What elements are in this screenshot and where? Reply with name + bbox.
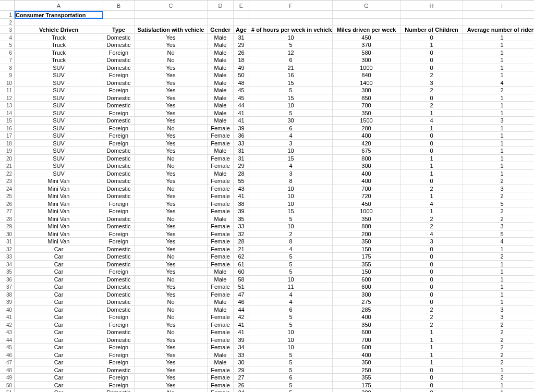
data-cell[interactable]: 280 xyxy=(333,125,400,132)
data-cell[interactable]: Female xyxy=(208,374,234,382)
data-cell[interactable]: Female xyxy=(208,185,234,193)
table-header[interactable]: Miles driven per week xyxy=(333,26,400,34)
data-cell[interactable]: Yes xyxy=(135,71,208,79)
data-cell[interactable]: 51 xyxy=(234,283,249,291)
data-cell[interactable]: 10 xyxy=(249,102,333,109)
data-cell[interactable]: 42 xyxy=(234,313,249,321)
data-cell[interactable]: 1400 xyxy=(333,79,400,87)
data-cell[interactable]: 31 xyxy=(234,147,249,155)
data-cell[interactable]: Mini Van xyxy=(15,215,103,223)
data-cell[interactable]: 45 xyxy=(234,94,249,102)
data-cell[interactable]: Domestic xyxy=(103,117,135,125)
data-cell[interactable]: 800 xyxy=(333,155,400,163)
row-header-42[interactable]: 42 xyxy=(0,321,15,329)
spreadsheet-grid[interactable]: ABCDEFGHIJ1Consumer Transportation Surve… xyxy=(0,0,534,392)
data-cell[interactable]: 355 xyxy=(333,374,400,382)
data-cell[interactable]: Mini Van xyxy=(15,200,103,208)
data-cell[interactable]: Mini Van xyxy=(15,207,103,215)
data-cell[interactable]: Yes xyxy=(135,117,208,125)
data-cell[interactable]: 175 xyxy=(333,253,400,261)
data-cell[interactable]: SUV xyxy=(15,132,103,140)
data-cell[interactable]: 1 xyxy=(463,162,534,170)
empty-cell[interactable] xyxy=(103,19,135,27)
data-cell[interactable]: Foreign xyxy=(103,109,135,117)
row-header-38[interactable]: 38 xyxy=(0,291,15,299)
data-cell[interactable]: 2 xyxy=(463,215,534,223)
data-cell[interactable]: 400 xyxy=(333,170,400,178)
data-cell[interactable]: Truck xyxy=(15,56,103,64)
data-cell[interactable]: SUV xyxy=(15,87,103,94)
data-cell[interactable]: Yes xyxy=(135,64,208,72)
data-cell[interactable]: 720 xyxy=(333,192,400,200)
data-cell[interactable]: Yes xyxy=(135,351,208,359)
data-cell[interactable]: Car xyxy=(15,291,103,299)
data-cell[interactable]: Foreign xyxy=(103,207,135,215)
data-cell[interactable]: No xyxy=(135,215,208,223)
data-cell[interactable]: Foreign xyxy=(103,374,135,382)
data-cell[interactable]: 36 xyxy=(234,132,249,140)
data-cell[interactable]: Yes xyxy=(135,382,208,389)
data-cell[interactable]: 400 xyxy=(333,351,400,359)
data-cell[interactable]: No xyxy=(135,155,208,163)
data-cell[interactable]: Yes xyxy=(135,366,208,374)
row-header-28[interactable]: 28 xyxy=(0,215,15,223)
data-cell[interactable]: Domestic xyxy=(103,306,135,314)
data-cell[interactable]: Car xyxy=(15,246,103,253)
data-cell[interactable]: Mini Van xyxy=(15,238,103,246)
row-header-47[interactable]: 47 xyxy=(0,359,15,366)
data-cell[interactable]: 39 xyxy=(234,336,249,344)
row-header-50[interactable]: 50 xyxy=(0,382,15,389)
data-cell[interactable]: Car xyxy=(15,298,103,306)
data-cell[interactable]: Yes xyxy=(135,238,208,246)
data-cell[interactable]: Mini Van xyxy=(15,177,103,185)
data-cell[interactable]: Domestic xyxy=(103,291,135,299)
data-cell[interactable]: 6 xyxy=(249,306,333,314)
data-cell[interactable]: 1 xyxy=(463,268,534,276)
row-header-20[interactable]: 20 xyxy=(0,155,15,163)
data-cell[interactable]: Car xyxy=(15,351,103,359)
data-cell[interactable]: 38 xyxy=(234,200,249,208)
data-cell[interactable]: Foreign xyxy=(103,351,135,359)
data-cell[interactable]: Domestic xyxy=(103,366,135,374)
data-cell[interactable]: Female xyxy=(208,313,234,321)
data-cell[interactable]: Yes xyxy=(135,291,208,299)
data-cell[interactable]: Yes xyxy=(135,132,208,140)
row-header-18[interactable]: 18 xyxy=(0,140,15,148)
data-cell[interactable]: 33 xyxy=(234,223,249,230)
data-cell[interactable]: Male xyxy=(208,94,234,102)
data-cell[interactable]: 300 xyxy=(333,56,400,64)
data-cell[interactable]: No xyxy=(135,125,208,132)
data-cell[interactable]: 21 xyxy=(249,64,333,72)
data-cell[interactable]: 400 xyxy=(333,313,400,321)
data-cell[interactable]: Mini Van xyxy=(15,192,103,200)
data-cell[interactable]: 275 xyxy=(333,298,400,306)
empty-cell[interactable] xyxy=(208,11,234,19)
data-cell[interactable]: 350 xyxy=(333,321,400,329)
data-cell[interactable]: 2 xyxy=(400,87,463,94)
data-cell[interactable]: 10 xyxy=(249,185,333,193)
data-cell[interactable]: Car xyxy=(15,366,103,374)
data-cell[interactable]: Foreign xyxy=(103,238,135,246)
data-cell[interactable]: 45 xyxy=(234,87,249,94)
empty-cell[interactable] xyxy=(249,19,333,27)
data-cell[interactable]: Female xyxy=(208,207,234,215)
data-cell[interactable]: 350 xyxy=(333,215,400,223)
data-cell[interactable]: 175 xyxy=(333,382,400,389)
data-cell[interactable]: Female xyxy=(208,132,234,140)
table-header[interactable]: Average number of riders xyxy=(463,26,534,34)
data-cell[interactable]: Car xyxy=(15,253,103,261)
data-cell[interactable]: No xyxy=(135,185,208,193)
data-cell[interactable]: Domestic xyxy=(103,64,135,72)
data-cell[interactable]: Domestic xyxy=(103,261,135,268)
data-cell[interactable]: 800 xyxy=(333,223,400,230)
data-cell[interactable]: SUV xyxy=(15,155,103,163)
data-cell[interactable]: No xyxy=(135,306,208,314)
row-header-19[interactable]: 19 xyxy=(0,147,15,155)
data-cell[interactable]: Domestic xyxy=(103,147,135,155)
column-header-G[interactable]: G xyxy=(333,1,400,11)
data-cell[interactable]: Domestic xyxy=(103,192,135,200)
data-cell[interactable]: Male xyxy=(208,268,234,276)
data-cell[interactable]: 27 xyxy=(234,374,249,382)
data-cell[interactable]: 150 xyxy=(333,268,400,276)
data-cell[interactable]: SUV xyxy=(15,94,103,102)
